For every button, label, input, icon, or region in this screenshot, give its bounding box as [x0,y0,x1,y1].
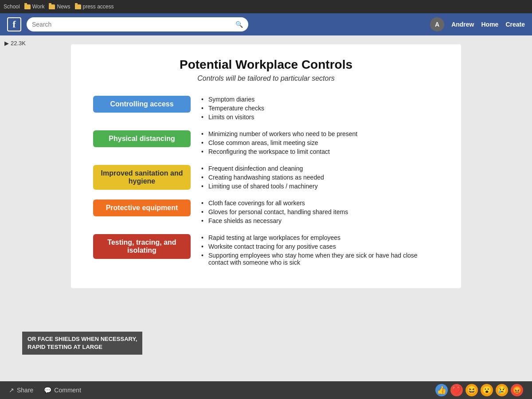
bullet-item: Face shields as necessary [201,216,348,225]
subtitle-overlay: OR FACE SHIELDS WHEN NECESSARY,RAPID TES… [22,332,142,355]
bookmarks-list: School Work News press access [4,4,114,10]
bottom-bar: ↗ Share 💬 Comment 👍 ❤️ 😆 😮 😢 😡 [0,381,532,399]
user-name[interactable]: Andrew [451,21,474,28]
reaction-angry[interactable]: 😡 [511,384,523,396]
folder-icon-news [49,4,55,9]
bullet-item: Limits on visitors [201,113,264,121]
bullet-item: Limiting use of shared tools / machinery [201,182,324,191]
reaction-like[interactable]: 👍 [435,384,448,396]
facebook-logo[interactable]: f [7,17,21,31]
bullets-sanitation: Frequent disinfection and cleaning Creat… [201,164,324,191]
badge-physical-distancing: Physical distancing [93,130,191,147]
bullet-item: Reconfiguring the workspace to limit con… [201,147,357,156]
share-button[interactable]: ↗ Share [9,387,33,394]
reaction-sad[interactable]: 😢 [496,384,508,396]
control-row-equipment: Protective equipment Cloth face covering… [93,199,439,225]
bullets-physical-distancing: Minimizing number of workers who need to… [201,129,357,156]
search-input[interactable] [32,21,232,28]
search-bar[interactable]: 🔍 [27,17,248,31]
bullet-item: Cloth face coverings for all workers [201,199,348,207]
avatar[interactable]: A [430,17,444,31]
reaction-wow[interactable]: 😮 [481,384,493,396]
bottom-actions: ↗ Share 💬 Comment [9,387,81,394]
bookmark-press-item[interactable]: press access [75,4,114,10]
folder-icon-press [75,4,81,9]
view-count: ▶ 22.3K [4,40,26,47]
bullets-testing-tracing: Rapid testing at large workplaces for em… [201,233,439,267]
badge-testing-tracing: Testing, tracing, and isolating [93,234,191,259]
reaction-love[interactable]: ❤️ [450,384,463,396]
badge-sanitation: Improved sanitation and hygiene [93,165,191,190]
bookmark-school[interactable]: School [4,4,20,10]
bullet-item: Frequent disinfection and cleaning [201,164,324,173]
bookmark-press-label: press access [83,4,114,10]
bullet-item: Temperature checks [201,104,264,113]
bullet-item: Supporting employees who stay home when … [201,251,439,267]
bookmark-work-label: Work [32,4,45,10]
bookmark-news-label: News [57,4,70,10]
slide-content: Potential Workplace Controls Controls wi… [71,44,461,288]
create-link[interactable]: Create [505,21,525,28]
control-row-testing: Testing, tracing, and isolating Rapid te… [93,233,439,267]
comment-icon: 💬 [44,387,51,394]
search-icon: 🔍 [235,21,243,28]
slide-subtitle: Controls will be tailored to particular … [93,74,439,82]
fb-nav: A Andrew Home Create [430,17,525,31]
bullet-item: Gloves for personal contact, handling sh… [201,207,348,216]
bookmark-news-item[interactable]: News [49,4,70,10]
badge-controlling-access: Controlling access [93,96,191,113]
badge-protective-equipment: Protective equipment [93,200,191,216]
view-count-value: 22.3K [11,40,26,47]
bullets-protective-equipment: Cloth face coverings for all workers Glo… [201,199,348,225]
facebook-header: f 🔍 A Andrew Home Create [0,13,532,35]
bullet-item: Symptom diaries [201,95,264,104]
share-icon: ↗ [9,387,14,394]
control-row-access: Controlling access Symptom diaries Tempe… [93,95,439,121]
bullet-item: Close common areas, limit meeting size [201,138,357,147]
bullet-item: Worksite contact tracing for any positiv… [201,242,439,251]
bullet-item: Creating handwashing stations as needed [201,173,324,182]
bullet-item: Minimizing number of workers who need to… [201,129,357,138]
reaction-buttons: 👍 ❤️ 😆 😮 😢 😡 [435,384,523,396]
bookmark-work-item[interactable]: Work [24,4,45,10]
comment-label: Comment [54,387,81,394]
bullets-controlling-access: Symptom diaries Temperature checks Limit… [201,95,264,121]
control-row-distancing: Physical distancing Minimizing number of… [93,129,439,156]
bullet-item: Rapid testing at large workplaces for em… [201,233,439,242]
play-icon: ▶ [4,40,9,47]
home-link[interactable]: Home [481,21,499,28]
control-row-sanitation: Improved sanitation and hygiene Frequent… [93,164,439,191]
share-label: Share [17,387,33,394]
folder-icon-work [24,4,31,9]
comment-button[interactable]: 💬 Comment [44,387,81,394]
reaction-haha[interactable]: 😆 [466,384,478,396]
slide-title: Potential Workplace Controls [93,58,439,72]
browser-bookmarks-bar: School Work News press access [0,0,532,13]
main-content: ▶ 22.3K Potential Workplace Controls Con… [0,35,532,381]
